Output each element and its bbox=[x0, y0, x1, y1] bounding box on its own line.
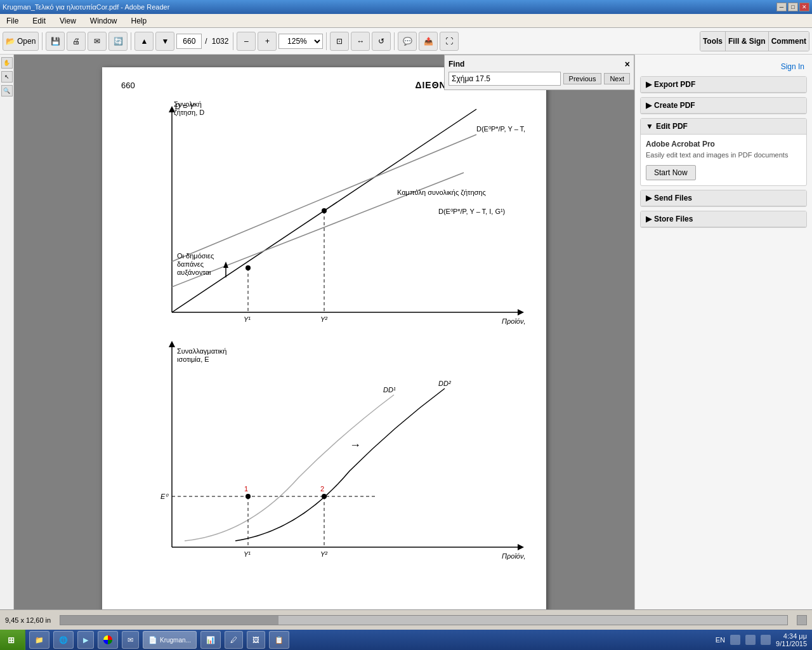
refresh-button[interactable]: 🔄 bbox=[108, 32, 128, 51]
page-dimensions: 9,45 x 12,60 in bbox=[5, 616, 51, 624]
fit-width-button[interactable]: ↔ bbox=[351, 32, 370, 51]
prev-page-button[interactable]: ▲ bbox=[134, 32, 154, 51]
zoom-tool-button[interactable]: 🔍 bbox=[1, 85, 13, 96]
y1-lower-label: Y¹ bbox=[244, 550, 251, 558]
point1-label: 1 bbox=[244, 485, 248, 493]
find-close-button[interactable]: × bbox=[625, 59, 630, 69]
minimize-button[interactable]: ─ bbox=[776, 3, 787, 11]
expand-icon2: ▶ bbox=[646, 101, 652, 110]
save-button[interactable]: 💾 bbox=[46, 32, 65, 51]
menu-view[interactable]: View bbox=[56, 15, 80, 27]
rotate-button[interactable]: ↺ bbox=[372, 32, 391, 51]
separator2 bbox=[131, 32, 131, 50]
zoom-in-button[interactable]: + bbox=[258, 32, 277, 51]
send-files-header[interactable]: ▶ Send Files bbox=[641, 190, 806, 206]
menu-help[interactable]: Help bbox=[128, 15, 151, 27]
start-now-button[interactable]: Start Now bbox=[646, 165, 696, 180]
x-axis-label-lower: Προϊόν, Y bbox=[502, 552, 527, 560]
mail-icon: ✉ bbox=[128, 636, 133, 644]
taskbar-item-mail[interactable]: ✉ bbox=[122, 631, 139, 649]
fill-sign-tab[interactable]: Fill & Sign bbox=[726, 32, 769, 51]
export-pdf-header[interactable]: ▶ Export PDF bbox=[641, 77, 806, 93]
send-files-section: ▶ Send Files bbox=[640, 190, 807, 207]
product-description: Easily edit text and images in PDF docum… bbox=[646, 151, 801, 159]
plus-icon: + bbox=[265, 37, 270, 46]
titlebar-controls: ─ □ ✕ bbox=[776, 3, 809, 11]
fullscreen-button[interactable]: ⛶ bbox=[440, 32, 459, 51]
create-pdf-header[interactable]: ▶ Create PDF bbox=[641, 98, 806, 114]
collapse-icon: ▼ bbox=[646, 122, 653, 131]
find-input[interactable] bbox=[449, 72, 561, 86]
find-next-button[interactable]: Next bbox=[604, 73, 630, 84]
right-arrow: → bbox=[350, 439, 361, 451]
folder-icon: 📂 bbox=[6, 37, 15, 46]
fit-page-button[interactable]: ⊡ bbox=[330, 32, 349, 51]
export-pdf-label: Export PDF bbox=[654, 80, 695, 89]
create-pdf-section: ▶ Create PDF bbox=[640, 97, 807, 114]
open-button[interactable]: 📂 Open bbox=[3, 32, 39, 51]
app8-icon: 🖼 bbox=[252, 636, 259, 644]
y-axis-title1: Συνολική bbox=[174, 100, 202, 108]
find-toolbar: Find × Previous Next bbox=[444, 55, 634, 90]
comment-button[interactable]: 💬 bbox=[398, 32, 417, 51]
hand-tool-button[interactable]: ✋ bbox=[1, 57, 13, 69]
edit-pdf-header[interactable]: ▼ Edit PDF bbox=[641, 119, 806, 135]
x-axis-label-upper: Προϊόν, Y bbox=[502, 317, 527, 325]
next-page-button[interactable]: ▼ bbox=[155, 32, 174, 51]
edit-pdf-section: ▼ Edit PDF Adobe Acrobat Pro Easily edit… bbox=[640, 118, 807, 186]
store-files-header[interactable]: ▶ Store Files bbox=[641, 211, 806, 227]
statusbar: 9,45 x 12,60 in bbox=[0, 609, 812, 630]
email-button[interactable]: ✉ bbox=[88, 32, 107, 51]
point2-label: 2 bbox=[320, 485, 324, 493]
send-files-label: Send Files bbox=[654, 194, 692, 202]
scroll-indicator[interactable] bbox=[60, 615, 788, 625]
fit-width-icon: ↔ bbox=[357, 37, 364, 46]
app9-icon: 📋 bbox=[275, 636, 284, 644]
menu-window[interactable]: Window bbox=[86, 15, 121, 27]
separator4 bbox=[326, 32, 327, 50]
curve-label: Καμπύλη συνολικής ζήτησης bbox=[397, 189, 486, 196]
dd1-label: DD¹ bbox=[383, 386, 396, 394]
print-button[interactable]: 🖨 bbox=[67, 32, 86, 51]
y1-upper-label: Y¹ bbox=[244, 315, 251, 323]
e0-label: E⁰ bbox=[160, 493, 169, 500]
page-input[interactable] bbox=[176, 34, 202, 49]
sign-in-link[interactable]: Sign In bbox=[640, 61, 804, 72]
pdf-viewer[interactable]: Find × Previous Next 660 ΔΙΕΘΝΗΣ ΟΙΚΟΝΟΜ… bbox=[14, 55, 634, 617]
taskbar-item-explorer[interactable]: 📁 bbox=[29, 631, 49, 649]
separator5 bbox=[394, 32, 395, 50]
maximize-button[interactable]: □ bbox=[788, 3, 798, 11]
menu-file[interactable]: File bbox=[3, 15, 22, 27]
vertical-scroll-thumb[interactable] bbox=[797, 615, 807, 625]
find-previous-button[interactable]: Previous bbox=[563, 73, 602, 84]
taskbar-item-reader[interactable]: 📄 Krugman... bbox=[143, 631, 197, 649]
expand-icon4: ▶ bbox=[646, 215, 652, 223]
explorer-icon: 📁 bbox=[35, 636, 44, 644]
taskbar-item-app9[interactable]: 📋 bbox=[269, 631, 289, 649]
comment-tab[interactable]: Comment bbox=[769, 32, 809, 51]
taskbar-item-app8[interactable]: 🖼 bbox=[247, 631, 265, 649]
reader-label: Krugman... bbox=[160, 637, 191, 644]
menu-edit[interactable]: Edit bbox=[29, 15, 49, 27]
app6-icon: 📊 bbox=[206, 636, 215, 644]
save-icon: 💾 bbox=[51, 37, 60, 46]
taskbar-item-app6[interactable]: 📊 bbox=[200, 631, 221, 649]
start-button[interactable]: ⊞ bbox=[0, 630, 25, 650]
taskbar-item-media[interactable]: ▶ bbox=[77, 631, 94, 649]
tools-tab[interactable]: Tools bbox=[700, 32, 726, 51]
d2-label: D(E⁰P*/P, Y – T, I, G²) bbox=[476, 125, 527, 133]
close-button[interactable]: ✕ bbox=[799, 3, 809, 11]
app7-icon: 🖊 bbox=[230, 636, 237, 644]
refresh-icon: 🔄 bbox=[114, 37, 123, 46]
page-total: 1032 bbox=[211, 37, 230, 46]
select-tool-button[interactable]: ↖ bbox=[1, 71, 13, 83]
time-display: 4:34 μμ bbox=[776, 632, 807, 640]
taskbar-item-app7[interactable]: 🖊 bbox=[225, 631, 243, 649]
taskbar-item-ie[interactable]: 🌐 bbox=[53, 631, 74, 649]
taskbar-item-chrome[interactable] bbox=[98, 631, 118, 649]
share-button[interactable]: 📤 bbox=[419, 32, 438, 51]
zoom-out-button[interactable]: – bbox=[237, 32, 256, 51]
zoom-select[interactable]: 125% 50% 75% 100% 150% 200% bbox=[278, 34, 323, 49]
menubar: File Edit View Window Help bbox=[0, 14, 812, 28]
create-pdf-label: Create PDF bbox=[654, 101, 695, 110]
